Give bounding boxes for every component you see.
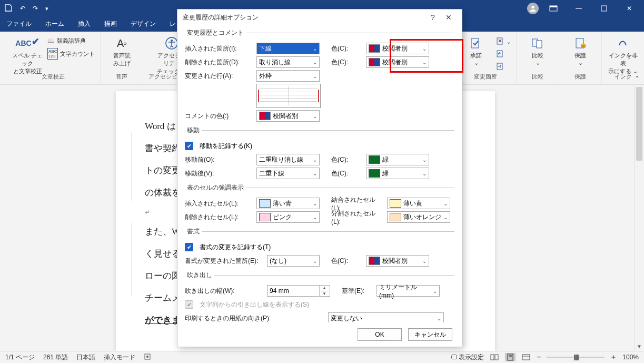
spinner-up-icon[interactable]: ▲ bbox=[320, 286, 329, 291]
formatting-location-label: 書式が変更された箇所(E): bbox=[185, 257, 264, 266]
scroll-thumb[interactable] bbox=[636, 87, 642, 161]
inserted-cells-select[interactable]: 薄い青⌄ bbox=[256, 198, 320, 209]
tab-insert[interactable]: 挿入 bbox=[76, 19, 93, 32]
tab-design[interactable]: デザイン bbox=[128, 19, 158, 32]
status-language[interactable]: 日本語 bbox=[76, 353, 95, 362]
dialog-title: 変更履歴の詳細オプション bbox=[183, 13, 259, 22]
print-orientation-select[interactable]: 変更しない⌄ bbox=[328, 312, 444, 322]
formatting-color-select[interactable]: 校閲者別⌄ bbox=[366, 255, 429, 267]
measure-select[interactable]: ミリメートル (mm)⌄ bbox=[377, 285, 440, 297]
ribbon-group-protect: 保護 ⌄ 保護 bbox=[559, 32, 602, 84]
moved-from-select[interactable]: 二重取り消し線⌄ bbox=[256, 154, 320, 165]
accept-button[interactable]: 承諾 ⌄ bbox=[460, 34, 492, 66]
moved-to-select[interactable]: 二重下線⌄ bbox=[256, 168, 320, 179]
autosave-icon[interactable] bbox=[4, 4, 13, 14]
zoom-level[interactable]: 100% bbox=[622, 354, 639, 361]
deletions-color-select[interactable]: 校閲者別⌄ bbox=[366, 56, 429, 68]
wordcount-button[interactable]: ABC123文字カウント bbox=[47, 48, 95, 60]
ribbon-collapse-icon[interactable]: ⌃ bbox=[635, 75, 640, 82]
maximize-button[interactable] bbox=[593, 1, 615, 16]
scroll-down-icon[interactable]: ▼ bbox=[635, 341, 644, 351]
ok-button[interactable]: OK bbox=[358, 328, 402, 341]
svg-point-0 bbox=[531, 6, 534, 8]
svg-rect-22 bbox=[522, 355, 530, 360]
changed-lines-preview bbox=[256, 84, 321, 108]
next-change-button[interactable] bbox=[496, 62, 511, 72]
insertions-select[interactable]: 下線⌄ bbox=[256, 43, 320, 54]
svg-rect-2 bbox=[550, 6, 557, 7]
show-lines-label: 文字列からの引き出し線を表示する(S) bbox=[200, 300, 309, 309]
deletions-select[interactable]: 取り消し線⌄ bbox=[256, 56, 320, 68]
status-page[interactable]: 1/1 ページ bbox=[5, 353, 35, 362]
comment-color-select[interactable]: 校閲者別⌄ bbox=[256, 110, 320, 122]
qat-customize-icon[interactable]: ▾ bbox=[45, 5, 48, 12]
track-moves-label: 移動を記録する(K) bbox=[200, 142, 252, 151]
dialog-help-button[interactable]: ? bbox=[425, 11, 441, 24]
dialog-titlebar: 変更履歴の詳細オプション ? ✕ bbox=[177, 9, 462, 25]
hide-ink-button[interactable]: インクを非表 示にする ⌄ bbox=[607, 34, 639, 75]
display-settings-button[interactable]: 🖵 表示設定 bbox=[451, 353, 484, 362]
read-aloud-button[interactable]: A» 音声読 み上げ bbox=[106, 34, 137, 67]
insertions-color-select[interactable]: 校閲者別⌄ bbox=[366, 43, 429, 54]
view-readmode-icon[interactable] bbox=[489, 353, 500, 361]
balloon-width-label: 吹き出しの幅(W): bbox=[185, 287, 264, 296]
moved-from-color-select[interactable]: 緑⌄ bbox=[366, 154, 429, 165]
protect-button[interactable]: 保護 ⌄ bbox=[564, 34, 596, 66]
balloon-width-input[interactable] bbox=[267, 287, 319, 295]
view-web-icon[interactable] bbox=[521, 353, 531, 361]
macro-record-icon[interactable] bbox=[144, 353, 151, 362]
dialog-close-button[interactable]: ✕ bbox=[441, 11, 457, 24]
thesaurus-button[interactable]: 📖類義語辞典 bbox=[47, 37, 95, 45]
status-wordcount[interactable]: 261 単語 bbox=[43, 353, 68, 362]
ribbon-group-label: 音声 bbox=[116, 73, 127, 83]
accept-icon bbox=[469, 36, 483, 51]
ribbon-group-compare: 比較 ⌄ 比較 bbox=[517, 32, 559, 84]
ribbon-group-label: 保護 bbox=[574, 73, 586, 83]
track-formatting-checkbox[interactable]: ✔ bbox=[185, 243, 193, 251]
moved-to-label: 移動後(V): bbox=[185, 169, 253, 178]
zoom-out-button[interactable]: − bbox=[537, 352, 541, 362]
ribbon-group-changes: 承諾 ⌄ ⌄ 変更箇所 bbox=[455, 32, 517, 84]
changed-lines-select[interactable]: 外枠⌄ bbox=[256, 70, 320, 82]
spinner-down-icon[interactable]: ▼ bbox=[320, 291, 329, 297]
split-cells-select[interactable]: 薄いオレンジ⌄ bbox=[387, 211, 450, 223]
reject-button[interactable]: ⌄ bbox=[496, 37, 511, 46]
advanced-track-changes-dialog: 変更履歴の詳細オプション ? ✕ 変更履歴とコメント 挿入された箇所(I): 下… bbox=[177, 9, 462, 347]
ribbon-display-icon[interactable] bbox=[543, 1, 564, 16]
moved-from-label: 移動前(O): bbox=[185, 155, 253, 164]
formatting-location-select[interactable]: (なし)⌄ bbox=[267, 255, 320, 267]
avatar[interactable] bbox=[527, 3, 539, 14]
vertical-scrollbar[interactable]: ▲ ▼ bbox=[634, 85, 644, 351]
fieldset-formatting: 書式 ✔ 書式の変更を記録する(T) 書式が変更された箇所(E): (なし)⌄ … bbox=[185, 227, 454, 268]
color-label: 色(C): bbox=[323, 58, 363, 67]
ribbon-group-label: インク bbox=[615, 73, 632, 83]
minimize-button[interactable]: — bbox=[568, 1, 589, 16]
svg-rect-14 bbox=[582, 45, 584, 47]
ribbon-group-label: 変更箇所 bbox=[474, 73, 497, 83]
prev-change-button[interactable] bbox=[496, 50, 511, 59]
tab-file[interactable]: ファイル bbox=[4, 19, 34, 32]
compare-button[interactable]: 比較 ⌄ bbox=[522, 34, 553, 66]
view-print-icon[interactable] bbox=[505, 353, 516, 361]
tab-draw[interactable]: 描画 bbox=[102, 19, 119, 32]
tab-home[interactable]: ホーム bbox=[43, 19, 66, 32]
spellcheck-button[interactable]: ABC✔ スペル チェック と文章校正 bbox=[12, 34, 43, 75]
svg-rect-17 bbox=[491, 355, 494, 360]
redo-icon[interactable]: ↷ bbox=[33, 5, 38, 12]
merged-cells-select[interactable]: 薄い黄⌄ bbox=[387, 198, 450, 209]
svg-point-16 bbox=[146, 356, 148, 358]
zoom-in-button[interactable]: ＋ bbox=[610, 352, 617, 362]
zoom-slider[interactable] bbox=[547, 357, 605, 358]
track-formatting-label: 書式の変更を記録する(T) bbox=[200, 243, 271, 252]
deleted-cells-select[interactable]: ピンク⌄ bbox=[256, 211, 320, 223]
status-insert-mode[interactable]: 挿入モード bbox=[104, 353, 135, 362]
cancel-button[interactable]: キャンセル bbox=[408, 328, 452, 341]
undo-icon[interactable]: ↶ bbox=[20, 5, 25, 12]
color-label: 色(C): bbox=[323, 44, 363, 53]
changed-lines-label: 変更された行(A): bbox=[185, 72, 253, 81]
moved-to-color-select[interactable]: 緑⌄ bbox=[366, 168, 429, 179]
balloon-width-spinner[interactable]: ▲▼ bbox=[267, 285, 330, 297]
fieldset-markup: 変更履歴とコメント 挿入された箇所(I): 下線⌄ 色(C): 校閲者別⌄ 削除… bbox=[185, 28, 454, 123]
track-moves-checkbox[interactable]: ✔ bbox=[185, 142, 193, 150]
close-button[interactable]: ✕ bbox=[619, 1, 640, 16]
